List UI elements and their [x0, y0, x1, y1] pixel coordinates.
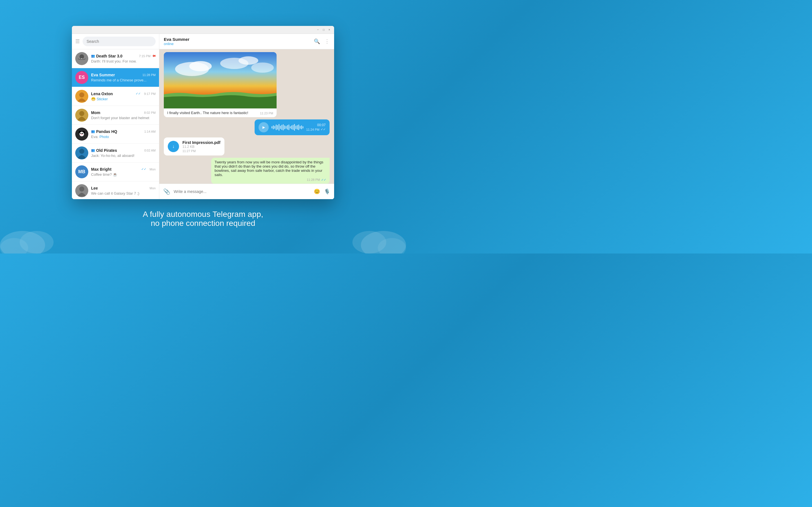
- waveform-bar: [298, 124, 299, 130]
- waveform-bar: [280, 126, 281, 129]
- chat-header-actions: 🔍 ⋮: [314, 38, 329, 45]
- double-check-lena: ✓✓: [136, 92, 141, 96]
- message-time: 11:28 PM: [307, 178, 320, 181]
- waveform-bar: [289, 124, 289, 130]
- avatar-pandas-hq: [75, 128, 88, 140]
- chat-time-max-bright: Mon: [150, 168, 156, 171]
- microphone-icon[interactable]: 🎙️: [324, 188, 330, 194]
- chat-info-max-bright: Max Bright ✓✓ Mon Coffee time? ☕: [91, 167, 156, 177]
- attach-icon[interactable]: 📎: [163, 188, 170, 195]
- chat-time-eva-summer: 11:28 PM: [142, 73, 156, 76]
- avatar-mom: [75, 109, 88, 122]
- message-text-content: Twenty years from now you will be more d…: [214, 160, 323, 177]
- tagline-line1: A fully autonomous Telegram app,: [143, 210, 263, 219]
- search-icon[interactable]: 🔍: [314, 38, 320, 45]
- waveform-bar: [276, 124, 276, 130]
- svg-point-10: [79, 93, 84, 98]
- file-info: First Impression.pdf 11.2 KB 11:27 PM: [183, 140, 220, 153]
- chat-info-mom: Mom 8:02 PM Don't forget your blaster an…: [91, 110, 156, 120]
- waveform-bar: [271, 126, 272, 128]
- sidebar: ☰ 👥 Death Star 3.0: [72, 34, 159, 199]
- file-size: 11.2 KB: [183, 145, 220, 149]
- voice-check: ✓✓: [320, 128, 326, 131]
- svg-point-31: [251, 62, 274, 73]
- svg-point-30: [239, 56, 258, 65]
- message-input[interactable]: [174, 189, 310, 194]
- svg-point-12: [79, 111, 84, 116]
- chat-preview-old-pirates: Jack: Yo-ho-ho, all aboard!: [91, 154, 156, 158]
- avatar-lena-oxton: [75, 90, 88, 103]
- waveform-bar: [300, 126, 301, 129]
- file-time: 11:27 PM: [183, 149, 220, 153]
- chat-item-mom[interactable]: Mom 8:02 PM Don't forget your blaster an…: [72, 106, 159, 125]
- waveform-bar: [297, 125, 298, 129]
- svg-point-21: [79, 149, 84, 154]
- voice-duration: 00:07: [317, 123, 326, 127]
- chat-preview-lena-oxton: 😁 Sticker: [91, 97, 156, 101]
- pin-icon: 📌: [151, 53, 156, 59]
- photo-caption-text: I finally visited Earth.. The nature her…: [167, 111, 248, 115]
- waveform-bar: [303, 126, 303, 128]
- maximize-button[interactable]: □: [322, 27, 326, 32]
- avatar-death-star: [75, 52, 88, 65]
- chat-item-lee[interactable]: Lee Mon We can call it Galaxy Star 7 ;): [72, 181, 159, 199]
- chat-item-lena-oxton[interactable]: Lena Oxton ✓✓ 9:17 PM 😁 Sticker: [72, 87, 159, 106]
- avatar-eva-summer: ES: [75, 71, 88, 84]
- bottom-text: A fully autonomous Telegram app, no phon…: [143, 210, 263, 228]
- chat-item-pandas-hq[interactable]: 👥 Pandas HQ 1:14 AM Eva: Photo: [72, 125, 159, 144]
- waveform-bar: [282, 125, 282, 130]
- svg-point-8: [82, 58, 82, 59]
- chat-preview-mom: Don't forget your blaster and helmet: [91, 116, 156, 120]
- chat-preview-pandas-hq: Eva: Photo: [91, 135, 156, 139]
- waveform-bar: [290, 126, 291, 128]
- chat-info-death-star: 👥 Death Star 3.0 7:15 PM 📌 Darth: I'll t…: [91, 54, 156, 63]
- waveform-bar: [296, 126, 296, 129]
- svg-point-19: [81, 134, 83, 135]
- waveform: [271, 123, 303, 131]
- chat-info-eva-summer: Eva Summer 11:28 PM Reminds me of a Chin…: [91, 73, 156, 82]
- app-body: ☰ 👥 Death Star 3.0: [72, 34, 334, 199]
- check-mark: ✓✓: [321, 178, 326, 182]
- chat-time-pandas-hq: 1:14 AM: [144, 130, 156, 133]
- close-button[interactable]: ×: [327, 27, 331, 32]
- waveform-bar: [287, 125, 288, 129]
- message-footer: 11:28 PM ✓✓: [214, 178, 326, 182]
- chat-item-death-star[interactable]: 👥 Death Star 3.0 7:15 PM 📌 Darth: I'll t…: [72, 49, 159, 68]
- waveform-bar: [284, 125, 285, 129]
- chat-contact-status: online: [164, 42, 314, 46]
- waveform-bar: [278, 124, 280, 131]
- chat-name-max-bright: Max Bright: [91, 167, 111, 172]
- minimize-button[interactable]: −: [316, 27, 320, 32]
- waveform-bar: [294, 124, 295, 131]
- chat-preview-death-star: Darth: I'll trust you. For now.: [91, 59, 156, 63]
- waveform-bar: [273, 125, 274, 129]
- waveform-bar: [286, 126, 287, 129]
- chat-name-death-star: 👥 Death Star 3.0: [91, 54, 122, 58]
- svg-point-23: [79, 186, 84, 191]
- hamburger-icon[interactable]: ☰: [75, 38, 80, 45]
- svg-point-17: [80, 133, 82, 134]
- chat-item-max-bright[interactable]: MB Max Bright ✓✓ Mon Coffee time? ☕: [72, 163, 159, 181]
- chat-item-eva-summer[interactable]: ES Eva Summer 11:28 PM Reminds me of a C…: [72, 68, 159, 87]
- more-icon[interactable]: ⋮: [324, 38, 329, 45]
- svg-point-18: [82, 133, 83, 134]
- chat-contact-name: Eva Summer: [164, 37, 314, 42]
- emoji-icon[interactable]: 😊: [314, 188, 320, 194]
- sky-image: [164, 52, 276, 108]
- waveform-bar: [274, 126, 275, 129]
- svg-point-28: [189, 61, 212, 71]
- voice-time-row: 11:24 PM ✓✓: [306, 128, 326, 131]
- play-button[interactable]: [259, 122, 269, 132]
- chat-name-mom: Mom: [91, 110, 100, 115]
- avatar-lee: [75, 184, 88, 197]
- file-download-icon[interactable]: ↓: [168, 141, 179, 152]
- chat-item-old-pirates[interactable]: 👥 Old Pirates 0:02 AM Jack: Yo-ho-ho, al…: [72, 144, 159, 163]
- message-photo: I finally visited Earth.. The nature her…: [164, 52, 276, 117]
- message-voice: 00:07 11:24 PM ✓✓: [255, 119, 329, 135]
- chat-name-lee: Lee: [91, 186, 98, 190]
- photo-caption: I finally visited Earth.. The nature her…: [164, 108, 276, 117]
- chat-preview-eva-summer: Reminds me of a Chinese prove...: [91, 78, 156, 82]
- search-input[interactable]: [83, 37, 156, 46]
- avatar-old-pirates: [75, 147, 88, 159]
- group-icon: 👥: [91, 54, 95, 58]
